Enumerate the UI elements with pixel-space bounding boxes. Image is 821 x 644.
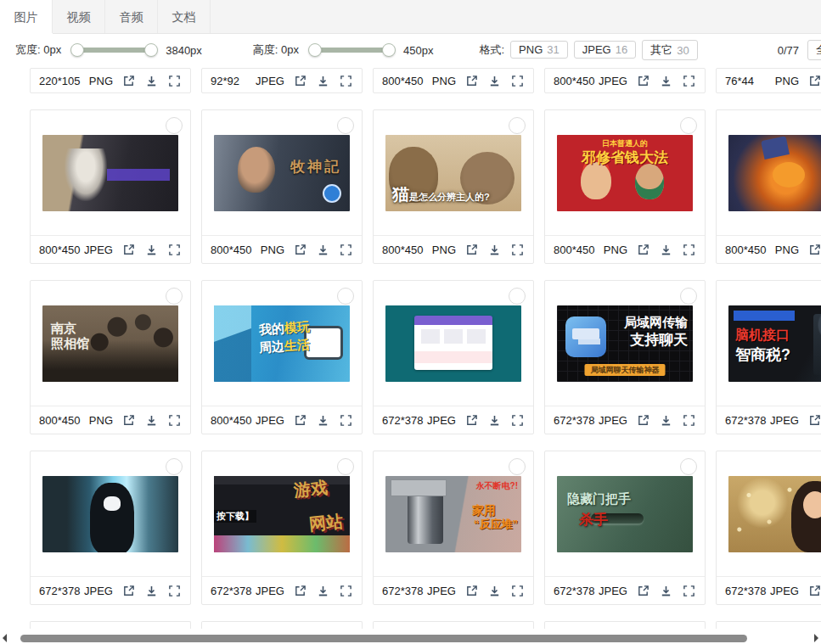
fullscreen-icon[interactable] [683, 413, 696, 427]
width-slider-min-handle[interactable] [70, 43, 84, 57]
scroll-right-arrow-icon[interactable] [814, 634, 818, 642]
fullscreen-icon[interactable] [168, 584, 182, 597]
download-icon[interactable] [488, 243, 502, 256]
download-icon[interactable] [660, 243, 673, 256]
select-checkbox[interactable] [680, 288, 697, 305]
open-in-new-icon[interactable] [294, 413, 307, 427]
image-thumbnail[interactable]: 南京照相馆 [42, 305, 178, 382]
select-checkbox[interactable] [166, 458, 183, 475]
horizontal-scrollbar-thumb[interactable] [20, 635, 747, 642]
width-filter-label: 宽度: 0px [15, 42, 61, 58]
fullscreen-icon[interactable] [340, 243, 353, 256]
download-icon[interactable] [145, 584, 159, 597]
download-icon[interactable] [317, 413, 330, 427]
open-in-new-icon[interactable] [808, 413, 821, 427]
width-slider-max-handle[interactable] [144, 43, 158, 57]
fullscreen-icon[interactable] [340, 584, 353, 597]
fullscreen-icon[interactable] [511, 74, 525, 87]
image-thumbnail[interactable]: 牧神記 [214, 135, 350, 211]
slider-track [73, 48, 155, 53]
select-checkbox[interactable] [337, 288, 354, 305]
tab-图片[interactable]: 图片 [0, 0, 53, 33]
select-checkbox[interactable] [680, 117, 697, 134]
select-checkbox[interactable] [337, 458, 354, 475]
download-icon[interactable] [317, 243, 330, 256]
select-checkbox[interactable] [166, 117, 183, 134]
open-in-new-icon[interactable] [465, 413, 479, 427]
download-icon[interactable] [317, 584, 330, 597]
open-in-new-icon[interactable] [465, 74, 479, 87]
format-chip-JPEG[interactable]: JPEG16 [574, 41, 636, 59]
download-icon[interactable] [488, 584, 502, 597]
download-icon[interactable] [317, 74, 330, 87]
image-thumbnail[interactable]: 按下载】游戏网站 [214, 476, 350, 552]
fullscreen-icon[interactable] [683, 584, 696, 597]
select-checkbox[interactable] [166, 288, 183, 305]
image-thumbnail[interactable]: 妖来 [728, 135, 821, 211]
download-icon[interactable] [660, 74, 673, 87]
format-chip-其它[interactable]: 其它30 [642, 40, 697, 60]
open-in-new-icon[interactable] [637, 74, 650, 87]
open-in-new-icon[interactable] [122, 243, 136, 256]
open-in-new-icon[interactable] [637, 584, 650, 597]
height-slider-min-handle[interactable] [308, 43, 322, 57]
fullscreen-icon[interactable] [340, 413, 353, 427]
open-in-new-icon[interactable] [122, 413, 136, 427]
fullscreen-icon[interactable] [511, 243, 525, 256]
fullscreen-icon[interactable] [683, 74, 696, 87]
fullscreen-icon[interactable] [683, 243, 696, 256]
image-thumbnail[interactable]: 日本普通人的邪修省钱大法 [557, 135, 693, 211]
download-icon[interactable] [145, 413, 159, 427]
height-range-slider[interactable] [311, 43, 393, 57]
image-card: 672*378JPEG [30, 451, 191, 605]
tab-视频[interactable]: 视频 [53, 0, 105, 33]
tab-文档[interactable]: 文档 [158, 0, 211, 33]
tab-音频[interactable]: 音频 [105, 0, 158, 33]
open-in-new-icon[interactable] [294, 243, 307, 256]
download-icon[interactable] [488, 413, 502, 427]
image-thumbnail[interactable] [42, 135, 178, 211]
open-in-new-icon[interactable] [808, 584, 821, 597]
open-in-new-icon[interactable] [122, 584, 136, 597]
image-thumbnail[interactable]: 隐藏门把手杀手 [557, 476, 693, 552]
open-in-new-icon[interactable] [808, 243, 821, 256]
height-slider-max-handle[interactable] [382, 43, 396, 57]
fullscreen-icon[interactable] [168, 413, 182, 427]
fullscreen-icon[interactable] [168, 243, 182, 256]
fullscreen-icon[interactable] [168, 74, 182, 87]
open-in-new-icon[interactable] [637, 413, 650, 427]
download-icon[interactable] [145, 243, 159, 256]
fullscreen-icon[interactable] [340, 74, 353, 87]
image-thumbnail[interactable]: 我的模玩周边生活 [214, 305, 350, 382]
open-in-new-icon[interactable] [465, 243, 479, 256]
fullscreen-icon[interactable] [511, 584, 525, 597]
image-thumbnail[interactable]: 永不断电?!家用“反应堆” [385, 476, 521, 552]
image-thumbnail[interactable]: 局域网传输支持聊天局域网聊天传输神器 [557, 305, 693, 382]
open-in-new-icon[interactable] [465, 584, 479, 597]
open-in-new-icon[interactable] [808, 74, 821, 87]
fullscreen-icon[interactable] [511, 413, 525, 427]
download-icon[interactable] [488, 74, 502, 87]
select-checkbox[interactable] [680, 458, 697, 475]
image-thumbnail[interactable] [42, 476, 178, 552]
image-thumbnail[interactable] [385, 305, 521, 382]
format-chip-PNG[interactable]: PNG31 [510, 41, 568, 59]
download-icon[interactable] [660, 584, 673, 597]
open-in-new-icon[interactable] [637, 243, 650, 256]
image-thumbnail[interactable]: 脑机接口智商税? [728, 305, 821, 382]
thumbnail-text: 杀手 [579, 512, 608, 529]
download-icon[interactable] [660, 413, 673, 427]
select-checkbox[interactable] [509, 288, 526, 305]
scroll-left-arrow-icon[interactable] [3, 634, 7, 642]
select-all-button[interactable]: 全选 [807, 40, 821, 60]
open-in-new-icon[interactable] [294, 584, 307, 597]
select-checkbox[interactable] [337, 117, 354, 134]
open-in-new-icon[interactable] [294, 74, 307, 87]
open-in-new-icon[interactable] [122, 74, 136, 87]
download-icon[interactable] [145, 74, 159, 87]
select-checkbox[interactable] [509, 458, 526, 475]
select-checkbox[interactable] [509, 117, 526, 134]
image-thumbnail[interactable]: 猫是怎么分辨主人的? [385, 135, 521, 211]
width-range-slider[interactable] [73, 43, 155, 57]
image-thumbnail[interactable] [728, 476, 821, 552]
